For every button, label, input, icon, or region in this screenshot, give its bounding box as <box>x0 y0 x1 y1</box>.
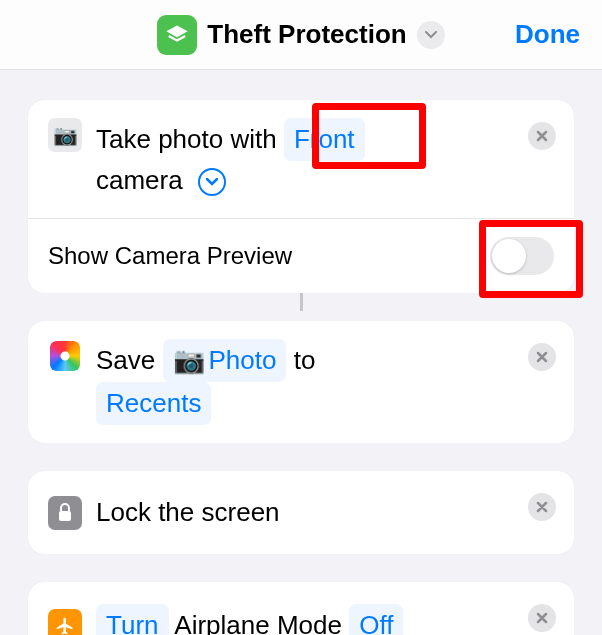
close-icon <box>536 351 548 363</box>
page-title: Theft Protection <box>207 19 406 50</box>
album-selector-token[interactable]: Recents <box>96 382 211 425</box>
camera-preview-option-row: Show Camera Preview <box>28 219 574 293</box>
actions-list: 📷 Take photo with Front camera Show <box>0 70 602 635</box>
close-icon <box>536 501 548 513</box>
remove-action-button[interactable] <box>528 604 556 632</box>
header-bar: Theft Protection Done <box>0 0 602 70</box>
done-button[interactable]: Done <box>515 19 580 50</box>
remove-action-button[interactable] <box>528 493 556 521</box>
svg-rect-0 <box>59 511 71 521</box>
action-text: Save 📷Photo to Recents <box>96 339 554 425</box>
action-text: Turn Airplane Mode Off <box>96 604 554 635</box>
text-prefix: Save <box>96 345 155 375</box>
turn-token[interactable]: Turn <box>96 604 169 635</box>
camera-selector-token[interactable]: Front <box>284 118 365 161</box>
text-mid: to <box>294 345 316 375</box>
title-menu-button[interactable] <box>417 21 445 49</box>
chevron-down-icon <box>206 178 218 186</box>
photo-variable-token[interactable]: 📷Photo <box>163 339 287 382</box>
action-card-take-photo[interactable]: 📷 Take photo with Front camera Show <box>28 100 574 293</box>
option-label: Show Camera Preview <box>48 242 292 270</box>
action-card-lock-screen[interactable]: Lock the screen <box>28 471 574 554</box>
text-mid: Airplane Mode <box>174 610 342 635</box>
photos-app-icon <box>48 339 82 373</box>
lock-icon <box>48 496 82 530</box>
airplane-icon <box>48 609 82 636</box>
toggle-knob <box>492 239 526 273</box>
action-text: Lock the screen <box>96 493 554 532</box>
chevron-down-icon <box>425 31 437 39</box>
camera-preview-toggle[interactable] <box>490 237 554 275</box>
text-suffix: camera <box>96 165 183 195</box>
remove-action-button[interactable] <box>528 343 556 371</box>
off-token[interactable]: Off <box>349 604 403 635</box>
close-icon <box>536 612 548 624</box>
remove-action-button[interactable] <box>528 122 556 150</box>
shortcut-app-icon <box>157 15 197 55</box>
camera-icon: 📷 <box>48 118 82 152</box>
close-icon <box>536 130 548 142</box>
action-text: Take photo with Front camera <box>96 118 554 200</box>
expand-options-button[interactable] <box>198 168 226 196</box>
text-prefix: Take photo with <box>96 124 277 154</box>
header-center: Theft Protection <box>157 15 444 55</box>
action-card-save-photo[interactable]: Save 📷Photo to Recents <box>28 321 574 443</box>
flow-connector <box>300 293 303 311</box>
action-card-airplane-mode[interactable]: Turn Airplane Mode Off <box>28 582 574 635</box>
